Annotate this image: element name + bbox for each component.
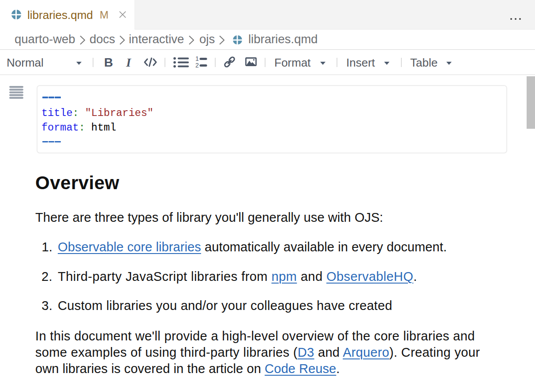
svg-text:1: 1 xyxy=(195,56,199,62)
svg-text:2: 2 xyxy=(195,62,199,69)
